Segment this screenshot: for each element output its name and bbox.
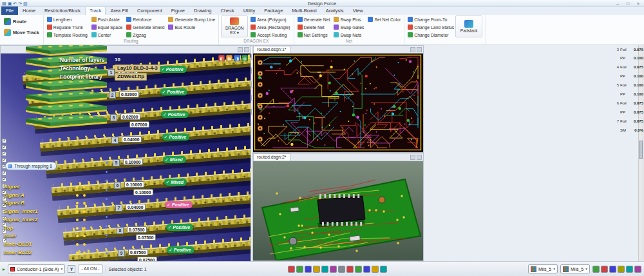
- ribbon-button[interactable]: Swap Nets: [332, 31, 365, 39]
- signal-layer-label[interactable]: Signal: [4, 184, 89, 190]
- ribbon-button[interactable]: Lengthen: [46, 15, 89, 23]
- ribbon-button[interactable]: Generate Bump Line: [167, 15, 216, 23]
- ribbon-button[interactable]: Equal Space: [90, 23, 124, 31]
- grid-units-selector-2[interactable]: Mils_5: [560, 264, 590, 273]
- table-scrollbar[interactable]: ▲▼: [638, 25, 643, 275]
- layer-visibility-checkbox[interactable]: [2, 171, 6, 175]
- ribbon-tab[interactable]: View: [348, 6, 368, 15]
- layer-visibility-checkbox[interactable]: [2, 139, 6, 143]
- status-icon[interactable]: [380, 266, 387, 273]
- panel-tool-icon[interactable]: ◍: [242, 55, 248, 61]
- ribbon-button[interactable]: Generate Shield: [125, 23, 166, 31]
- doc-close-icon[interactable]: [244, 47, 249, 52]
- status-icon[interactable]: [634, 266, 641, 273]
- ribbon-button[interactable]: Zigzag: [125, 31, 166, 39]
- status-icon[interactable]: [609, 266, 616, 273]
- doc-restore-icon[interactable]: [410, 47, 415, 52]
- padstack-button[interactable]: Padstack: [455, 15, 482, 37]
- ribbon-button[interactable]: Area (Rectangle): [249, 23, 291, 31]
- ribbon-big-button[interactable]: Move Track: [2, 28, 41, 37]
- board-3d-canvas[interactable]: [253, 161, 423, 261]
- active-layer-selector[interactable]: Conductor-1 (Side A): [8, 264, 65, 273]
- window-control-icon[interactable]: □: [624, 1, 632, 6]
- ribbon-button[interactable]: Change Diameter: [406, 31, 455, 39]
- ribbon-button[interactable]: Swap Pins: [332, 15, 365, 23]
- ribbon-tab[interactable]: Drawing: [189, 6, 216, 15]
- signal-layer-label[interactable]: Inner: [4, 233, 89, 239]
- ribbon-big-button[interactable]: Route: [2, 17, 41, 26]
- status-icon[interactable]: [592, 266, 600, 273]
- window-control-icon[interactable]: ×: [634, 1, 642, 6]
- status-icon[interactable]: [296, 266, 303, 273]
- layer-visibility-checkbox[interactable]: [2, 177, 6, 182]
- all-on-selector[interactable]: - All ON -: [78, 264, 102, 273]
- status-icon[interactable]: [313, 266, 320, 273]
- signal-layer-label[interactable]: Inner-BLD1: [4, 241, 89, 247]
- ribbon-button[interactable]: Swap Gates: [332, 23, 365, 31]
- ribbon-button[interactable]: Net Settings: [296, 31, 332, 39]
- layer-visibility-checkbox[interactable]: [2, 158, 6, 163]
- ribbon-button[interactable]: Delete Net: [296, 23, 332, 31]
- ribbon-button[interactable]: Change From-To: [406, 15, 455, 23]
- ribbon-button[interactable]: Reinforce: [125, 15, 166, 23]
- ribbon-tab[interactable]: Area Fill: [106, 6, 133, 15]
- doc-restore-icon[interactable]: [238, 47, 243, 52]
- ribbon-tab[interactable]: Package: [260, 6, 287, 15]
- ribbon-button[interactable]: Accept Routing: [249, 31, 291, 39]
- status-icon[interactable]: [363, 266, 370, 273]
- dragon-ex-button[interactable]: DRAGON EX ▾: [221, 15, 248, 37]
- ribbon-tab[interactable]: Component: [133, 6, 167, 15]
- ribbon-button[interactable]: Set Net Color: [366, 15, 402, 23]
- panel-tool-icon[interactable]: ◧: [218, 55, 225, 61]
- status-icon[interactable]: [372, 266, 379, 273]
- ribbon-button[interactable]: Change Land Status: [406, 23, 455, 31]
- ribbon-button[interactable]: Template Routing: [46, 31, 89, 39]
- signal-layer-label[interactable]: Signal_Inner2: [4, 217, 89, 222]
- status-icon[interactable]: [330, 266, 337, 273]
- signal-layer-label[interactable]: Top: [4, 225, 89, 231]
- through-mapping-button[interactable]: Through mapping 8: [5, 162, 57, 170]
- ribbon-button[interactable]: Area (Polygon): [249, 15, 291, 23]
- doc-close-icon[interactable]: [417, 155, 422, 160]
- signal-layer-label[interactable]: Signal A: [4, 192, 89, 198]
- status-icon[interactable]: [346, 266, 354, 273]
- ribbon-tab[interactable]: Analysis: [321, 6, 348, 15]
- ribbon-tab[interactable]: Home: [18, 6, 40, 15]
- ribbon-tab[interactable]: Utility: [239, 6, 260, 15]
- status-icon[interactable]: [305, 266, 312, 273]
- y-mode-badge[interactable]: Y: [68, 265, 75, 273]
- panel-tool-icon[interactable]: ▦: [226, 55, 232, 61]
- ribbon-tab[interactable]: Check: [216, 6, 239, 15]
- status-icon[interactable]: [626, 266, 633, 273]
- document-tab-routed1[interactable]: routed.dsgn:1*: [253, 46, 290, 53]
- ribbon-tab[interactable]: Track: [85, 6, 106, 15]
- status-icon[interactable]: [338, 266, 345, 273]
- signal-layer-label[interactable]: Signal_Inner1: [4, 208, 89, 214]
- layer-visibility-checkbox[interactable]: [2, 152, 6, 156]
- ribbon-button[interactable]: Center: [90, 31, 124, 39]
- ribbon-button[interactable]: Generate Net: [296, 15, 332, 23]
- status-icon[interactable]: [288, 266, 295, 273]
- layer-visibility-checkbox[interactable]: [2, 145, 6, 150]
- ribbon-tab[interactable]: Multi-Board: [287, 6, 321, 15]
- status-icon[interactable]: [618, 266, 625, 273]
- routing-2d-canvas[interactable]: [253, 54, 423, 152]
- grid-units-selector-1[interactable]: Mils_5: [528, 264, 558, 273]
- signal-layer-label[interactable]: Inner-BLD2: [4, 250, 89, 255]
- ribbon-button[interactable]: Regulate Trunk: [46, 23, 89, 31]
- panel-tool-icon[interactable]: ◨: [234, 55, 240, 61]
- status-icon[interactable]: [321, 266, 328, 273]
- ribbon-button[interactable]: Bus Route: [167, 23, 216, 31]
- ribbon-button[interactable]: Push Aside: [90, 15, 124, 23]
- signal-layer-label[interactable]: Signal B: [4, 200, 89, 206]
- window-control-icon[interactable]: –: [614, 1, 621, 6]
- run-icon[interactable]: ▸: [3, 266, 5, 272]
- ribbon-tab[interactable]: Figure: [167, 6, 189, 15]
- ribbon-tab[interactable]: Restriction/Block: [40, 6, 85, 15]
- ribbon-tab[interactable]: File: [1, 6, 18, 15]
- doc-restore-icon[interactable]: [410, 155, 415, 160]
- status-icon[interactable]: [601, 266, 608, 273]
- document-tab-routed2[interactable]: routed.dsgn:2*: [253, 153, 290, 161]
- status-icon[interactable]: [355, 266, 362, 273]
- doc-close-icon[interactable]: [417, 47, 422, 52]
